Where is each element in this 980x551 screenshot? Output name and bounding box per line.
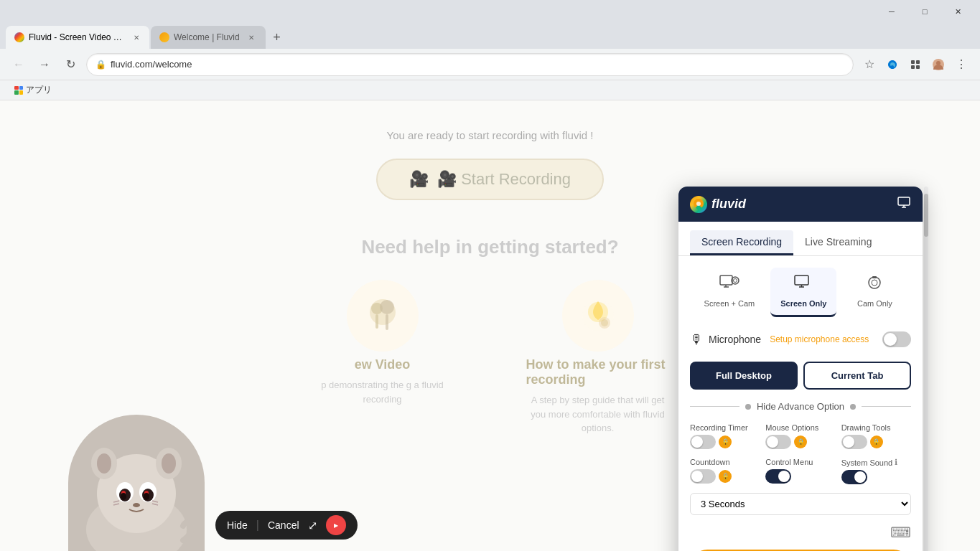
profile-button[interactable] — [928, 55, 948, 75]
maximize-button[interactable]: □ — [908, 0, 941, 23]
drawing-tools-lock[interactable]: 🔒 — [870, 435, 883, 448]
drawing-tools-controls: 🔒 — [841, 435, 911, 449]
popup-header-actions — [897, 195, 911, 213]
mouse-options-toggle[interactable] — [765, 435, 791, 449]
advanced-options-divider[interactable]: Hide Advance Option — [690, 401, 911, 412]
countdown-lock[interactable]: 🔒 — [719, 470, 732, 483]
start-recording-page-label: 🎥 Start Recording — [437, 170, 571, 189]
popup-scrollbar[interactable] — [924, 187, 928, 551]
microphone-label: Microphone — [709, 334, 761, 345]
countdown-select[interactable]: 3 Seconds 5 Seconds 10 Seconds — [690, 493, 911, 515]
edge-collections-button[interactable] — [882, 55, 902, 75]
window-controls: ─ □ ✕ — [875, 0, 974, 23]
minimize-button[interactable]: ─ — [875, 0, 908, 23]
ready-text: You are ready to start recording with fl… — [387, 129, 594, 141]
recording-timer-controls: 🔒 — [690, 435, 760, 449]
screen-only-icon — [794, 275, 813, 295]
control-menu-toggle[interactable] — [765, 469, 791, 484]
current-tab-button[interactable]: Current Tab — [803, 362, 911, 390]
mouse-options-knob — [767, 436, 778, 448]
address-text: fluvid.com/welcome — [111, 59, 844, 70]
tab-bar: Fluvid - Screen Video Recorder - ✕ Welco… — [0, 23, 980, 49]
drawing-tools-label: Drawing Tools — [841, 423, 911, 432]
browser-menu-button[interactable]: ⋮ — [951, 55, 971, 75]
mouse-options-controls: 🔒 — [765, 435, 835, 449]
capture-mode-cam-only[interactable]: Cam Only — [842, 268, 907, 317]
back-button[interactable]: ← — [9, 55, 29, 75]
svg-point-19 — [97, 453, 111, 474]
bookmark-apps-label: アプリ — [26, 84, 52, 96]
tab-live-streaming[interactable]: Live Streaming — [793, 230, 883, 255]
full-desktop-button[interactable]: Full Desktop — [690, 362, 798, 390]
tab-welcome-fluvid[interactable]: Welcome | Fluvid ✕ — [151, 26, 266, 49]
keyboard-icon[interactable]: ⌨ — [890, 524, 911, 541]
refresh-button[interactable]: ↻ — [60, 55, 80, 75]
tab-screen-recording[interactable]: Screen Recording — [690, 230, 793, 255]
recording-timer-toggle[interactable] — [690, 435, 716, 449]
system-sound-toggle[interactable] — [841, 470, 867, 484]
popup-screen-icon[interactable] — [897, 198, 911, 212]
option-mouse-options: Mouse Options 🔒 — [765, 423, 835, 449]
svg-rect-33 — [720, 276, 732, 285]
popup-scrollbar-thumb — [924, 194, 928, 237]
recording-timer-lock[interactable]: 🔒 — [719, 435, 732, 448]
close-button[interactable]: ✕ — [941, 0, 974, 23]
microphone-setup-link[interactable]: Setup microphone access — [770, 334, 869, 344]
drawing-tools-knob — [843, 436, 854, 448]
help-illustration-2 — [562, 280, 634, 352]
help-illustration-1 — [347, 280, 419, 352]
bookmark-apps[interactable]: アプリ — [9, 83, 57, 98]
capture-mode-screen-only[interactable]: Screen Only — [770, 268, 836, 317]
svg-point-14 — [601, 319, 608, 326]
tab-close-welcome[interactable]: ✕ — [246, 32, 257, 43]
tab-title-fluvid: Fluvid - Screen Video Recorder - — [29, 32, 126, 42]
bookmark-star-button[interactable]: ☆ — [859, 55, 879, 75]
countdown-toggle[interactable] — [690, 469, 716, 484]
crop-icon[interactable]: ⤢ — [308, 519, 317, 532]
system-sound-info-icon[interactable]: ℹ — [895, 458, 897, 467]
control-menu-label: Control Menu — [765, 458, 835, 466]
adv-dot-left — [745, 404, 751, 410]
option-drawing-tools: Drawing Tools 🔒 — [841, 423, 911, 449]
svg-rect-36 — [795, 276, 808, 285]
drawing-tools-toggle[interactable] — [841, 435, 867, 449]
new-tab-button[interactable]: + — [267, 27, 287, 47]
extensions-button[interactable] — [905, 55, 925, 75]
address-bar[interactable]: 🔒 fluvid.com/welcome — [86, 53, 854, 76]
bookmarks-bar: アプリ — [0, 80, 980, 100]
page-start-recording-button[interactable]: 🎥 🎥 Start Recording — [376, 159, 604, 200]
mouse-options-lock[interactable]: 🔒 — [794, 435, 807, 448]
option-system-sound: System Sound ℹ — [841, 458, 911, 484]
popup-body: Screen + Cam Screen Only — [678, 256, 923, 551]
tab-fluvid-recorder[interactable]: Fluvid - Screen Video Recorder - ✕ — [6, 26, 149, 49]
screen-cam-icon — [719, 275, 739, 295]
control-menu-controls — [765, 469, 835, 484]
forward-button[interactable]: → — [34, 55, 55, 75]
countdown-label: Countdown — [690, 458, 760, 466]
hide-button[interactable]: Hide — [227, 519, 248, 531]
svg-point-35 — [733, 279, 737, 283]
cancel-button[interactable]: Cancel — [268, 519, 299, 531]
hide-cancel-bar: Hide | Cancel ⤢ ▶ — [215, 511, 358, 540]
keyboard-shortcut-row: ⌨ — [690, 524, 911, 541]
svg-rect-2 — [911, 65, 915, 69]
popup-logo-text: fluvid — [711, 197, 746, 212]
capture-mode-screen-cam[interactable]: Screen + Cam — [694, 268, 765, 317]
countdown-controls: 🔒 — [690, 469, 760, 484]
record-button[interactable]: ▶ — [326, 515, 346, 535]
logo-icon — [690, 196, 707, 213]
help-card-2-title: How to make your first recording — [526, 357, 670, 387]
help-card-1-title: ew Video — [355, 357, 411, 372]
help-cards-row: ew Video p demonstrating the g a fluvid … — [311, 280, 670, 435]
tab-close-fluvid[interactable]: ✕ — [132, 32, 141, 43]
svg-rect-39 — [872, 276, 877, 278]
microphone-toggle[interactable] — [882, 331, 911, 347]
recording-timer-label: Recording Timer — [690, 423, 760, 432]
separator: | — [256, 519, 259, 532]
cam-only-label: Cam Only — [857, 299, 892, 308]
character-avatar — [68, 415, 205, 551]
option-countdown: Countdown 🔒 — [690, 458, 760, 484]
desktop-tab-row: Full Desktop Current Tab — [690, 362, 911, 390]
mouse-options-label: Mouse Options — [765, 423, 835, 432]
screen-only-label: Screen Only — [780, 299, 826, 308]
